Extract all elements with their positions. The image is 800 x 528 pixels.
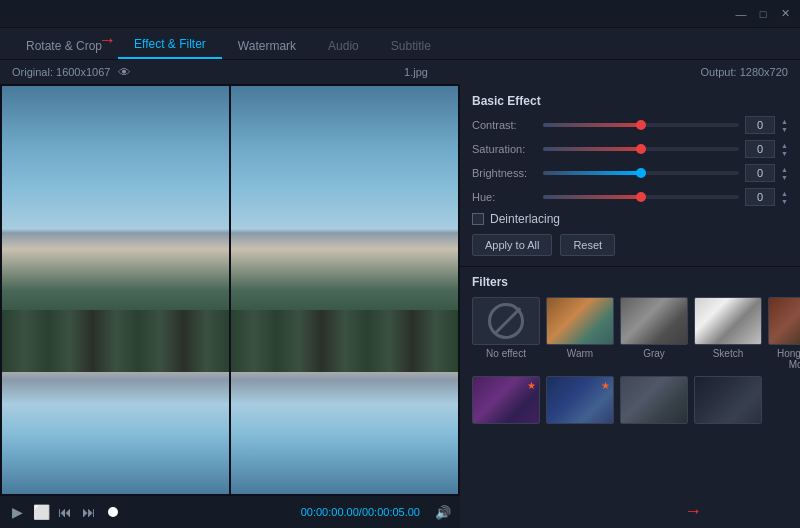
filters-row-1: No effect Warm Gray Sketch bbox=[472, 297, 800, 370]
filters-section: Filters No effect Warm bbox=[460, 267, 800, 528]
brightness-slider[interactable] bbox=[543, 171, 739, 175]
saturation-arrows[interactable]: ▲ ▼ bbox=[781, 142, 788, 157]
output-video-panel bbox=[231, 86, 458, 494]
palm-overlay-original bbox=[2, 310, 229, 371]
contrast-slider[interactable] bbox=[543, 123, 739, 127]
window-controls: — □ ✕ bbox=[734, 7, 792, 21]
hue-arrows[interactable]: ▲ ▼ bbox=[781, 190, 788, 205]
filter-label-gray: Gray bbox=[643, 348, 665, 359]
tab-subtitle[interactable]: Subtitle bbox=[375, 33, 447, 59]
eye-icon[interactable]: 👁 bbox=[118, 65, 131, 80]
filters-grid-wrapper: No effect Warm Gray Sketch bbox=[472, 297, 788, 433]
filename-label: 1.jpg bbox=[404, 66, 428, 78]
title-bar: — □ ✕ bbox=[0, 0, 800, 28]
contrast-arrows[interactable]: ▲ ▼ bbox=[781, 118, 788, 133]
minimize-button[interactable]: — bbox=[734, 7, 748, 21]
next-frame-button[interactable]: ⏭ bbox=[80, 503, 98, 521]
controls-bar: ▶ ⬜ ⏮ ⏭ 00:00:00.00/00:00:05.00 🔊 bbox=[0, 496, 460, 528]
deinterlacing-label: Deinterlacing bbox=[490, 212, 560, 226]
filters-title: Filters bbox=[472, 275, 788, 289]
filter-thumb-blue-warm: ★ bbox=[546, 376, 614, 424]
saturation-down-arrow[interactable]: ▼ bbox=[781, 150, 788, 157]
hue-slider[interactable] bbox=[543, 195, 739, 199]
maximize-button[interactable]: □ bbox=[756, 7, 770, 21]
ok-arrow-indicator: → bbox=[684, 502, 702, 520]
filter-label-sketch: Sketch bbox=[713, 348, 744, 359]
output-video-image bbox=[231, 86, 458, 494]
hue-up-arrow[interactable]: ▲ bbox=[781, 190, 788, 197]
filter-label-no-effect: No effect bbox=[486, 348, 526, 359]
filter-hk-movie[interactable]: Hong Kong Movie bbox=[768, 297, 800, 370]
brightness-label: Brightness: bbox=[472, 167, 537, 179]
filter-purple[interactable]: ★ bbox=[472, 376, 540, 427]
original-video-image bbox=[2, 86, 229, 494]
apply-to-all-button[interactable]: Apply to All bbox=[472, 234, 552, 256]
deinterlacing-row: Deinterlacing bbox=[472, 212, 788, 226]
star-badge-blue-warm: ★ bbox=[601, 380, 610, 391]
filter-sketch[interactable]: Sketch bbox=[694, 297, 762, 370]
right-panel: Basic Effect Contrast: 0 ▲ ▼ Saturation: bbox=[460, 84, 800, 528]
filter-thumb-row2-4 bbox=[694, 376, 762, 424]
saturation-value: 0 bbox=[745, 140, 775, 158]
filter-blue-warm[interactable]: ★ bbox=[546, 376, 614, 427]
filter-label-warm: Warm bbox=[567, 348, 593, 359]
deinterlacing-checkbox[interactable] bbox=[472, 213, 484, 225]
brightness-arrows[interactable]: ▲ ▼ bbox=[781, 166, 788, 181]
hue-label: Hue: bbox=[472, 191, 537, 203]
brightness-down-arrow[interactable]: ▼ bbox=[781, 174, 788, 181]
brightness-up-arrow[interactable]: ▲ bbox=[781, 166, 788, 173]
no-effect-icon bbox=[488, 303, 524, 339]
hue-row: Hue: 0 ▲ ▼ bbox=[472, 188, 788, 206]
filter-thumb-no-effect bbox=[472, 297, 540, 345]
basic-effect-title: Basic Effect bbox=[472, 94, 788, 108]
video-section: ▶ ⬜ ⏮ ⏭ 00:00:00.00/00:00:05.00 🔊 bbox=[0, 84, 460, 528]
tab-effect-filter[interactable]: Effect & Filter bbox=[118, 31, 222, 59]
contrast-label: Contrast: bbox=[472, 119, 537, 131]
filter-thumb-row2-3 bbox=[620, 376, 688, 424]
current-time: 00:00:00.00 bbox=[301, 506, 359, 518]
video-panels bbox=[0, 84, 460, 496]
filter-thumb-gray bbox=[620, 297, 688, 345]
close-button[interactable]: ✕ bbox=[778, 7, 792, 21]
progress-indicator[interactable] bbox=[108, 507, 118, 517]
saturation-row: Saturation: 0 ▲ ▼ bbox=[472, 140, 788, 158]
stop-button[interactable]: ⬜ bbox=[32, 503, 50, 521]
filter-row2-4[interactable] bbox=[694, 376, 762, 427]
saturation-up-arrow[interactable]: ▲ bbox=[781, 142, 788, 149]
basic-effect-section: Basic Effect Contrast: 0 ▲ ▼ Saturation: bbox=[460, 84, 800, 267]
action-buttons: Apply to All Reset bbox=[472, 234, 788, 256]
main-content: ▶ ⬜ ⏮ ⏭ 00:00:00.00/00:00:05.00 🔊 Basic … bbox=[0, 84, 800, 528]
filter-warm[interactable]: Warm bbox=[546, 297, 614, 370]
brightness-value: 0 bbox=[745, 164, 775, 182]
output-resolution: Output: 1280x720 bbox=[701, 66, 788, 78]
reset-button[interactable]: Reset bbox=[560, 234, 615, 256]
hue-value: 0 bbox=[745, 188, 775, 206]
prev-frame-button[interactable]: ⏮ bbox=[56, 503, 74, 521]
brightness-row: Brightness: 0 ▲ ▼ bbox=[472, 164, 788, 182]
saturation-slider[interactable] bbox=[543, 147, 739, 151]
contrast-up-arrow[interactable]: ▲ bbox=[781, 118, 788, 125]
filter-row2-3[interactable] bbox=[620, 376, 688, 427]
contrast-row: Contrast: 0 ▲ ▼ bbox=[472, 116, 788, 134]
original-video-panel bbox=[2, 86, 229, 494]
tab-watermark[interactable]: Watermark bbox=[222, 33, 312, 59]
volume-icon[interactable]: 🔊 bbox=[434, 503, 452, 521]
tab-audio[interactable]: Audio bbox=[312, 33, 375, 59]
hue-down-arrow[interactable]: ▼ bbox=[781, 198, 788, 205]
star-badge-purple: ★ bbox=[527, 380, 536, 391]
info-bar: Original: 1600x1067 👁 1.jpg Output: 1280… bbox=[0, 60, 800, 84]
filter-gray[interactable]: Gray bbox=[620, 297, 688, 370]
palm-overlay-output bbox=[231, 310, 458, 371]
original-resolution: Original: 1600x1067 bbox=[12, 66, 110, 78]
filter-thumb-warm bbox=[546, 297, 614, 345]
filter-no-effect[interactable]: No effect bbox=[472, 297, 540, 370]
play-button[interactable]: ▶ bbox=[8, 503, 26, 521]
tab-arrow-indicator: → bbox=[98, 31, 116, 49]
filter-thumb-hk bbox=[768, 297, 800, 345]
filters-row-2: ★ ★ bbox=[472, 376, 800, 427]
red-arrow-ok: → bbox=[684, 502, 702, 520]
contrast-down-arrow[interactable]: ▼ bbox=[781, 126, 788, 133]
contrast-value: 0 bbox=[745, 116, 775, 134]
filters-scroll-area: No effect Warm Gray Sketch bbox=[472, 297, 800, 433]
filter-thumb-sketch bbox=[694, 297, 762, 345]
